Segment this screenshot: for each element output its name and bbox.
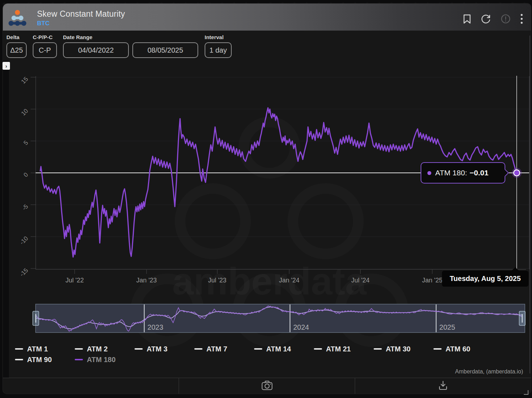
legend-label: ATM 30 — [386, 345, 411, 353]
date-from-input[interactable]: 04/04/2022 — [63, 42, 129, 58]
legend-item-atm-180[interactable]: ATM 180 — [75, 354, 135, 365]
legend-marker — [15, 348, 23, 350]
attribution: Amberdata, (amberdata.io) — [455, 368, 523, 375]
cp-pc-label: C-P/P-C — [33, 34, 53, 40]
date-to-input[interactable]: 08/05/2025 — [132, 42, 198, 58]
legend-item-atm-21[interactable]: ATM 21 — [314, 344, 374, 354]
date-tooltip-text: Tuesday, Aug 5, 2025 — [450, 275, 521, 283]
toolbar-empty-cell[interactable] — [3, 378, 179, 394]
date-range-label: Date Range — [63, 34, 93, 40]
tooltip-value: −0.01 — [469, 169, 488, 177]
legend-marker — [75, 348, 83, 350]
interval-label: Interval — [205, 34, 223, 40]
legend-item-atm-90[interactable]: ATM 90 — [15, 354, 75, 365]
legend-label: ATM 2 — [87, 345, 108, 353]
legend-label: ATM 1 — [27, 345, 48, 353]
legend-marker — [135, 348, 143, 350]
legend-marker — [254, 348, 262, 350]
resize-handle[interactable] — [524, 390, 528, 395]
legend-label: ATM 3 — [147, 345, 168, 353]
legend-label: ATM 14 — [266, 345, 291, 353]
amberdata-logo-icon — [8, 9, 27, 28]
scrollbar-track[interactable] — [530, 36, 530, 373]
legend-marker — [75, 359, 83, 360]
tooltip-series-dot — [427, 171, 431, 175]
bookmark-icon[interactable] — [463, 14, 471, 24]
tooltip-series-label: ATM 180: — [435, 169, 467, 177]
legend: ATM 1ATM 2ATM 3ATM 7ATM 14ATM 21ATM 30AT… — [15, 344, 513, 365]
delta-label: Delta — [6, 34, 20, 40]
date-tooltip: Tuesday, Aug 5, 2025 — [442, 271, 528, 287]
expand-sidebar-button[interactable]: › — [2, 62, 10, 70]
kebab-menu-icon[interactable] — [520, 14, 523, 24]
camera-icon — [262, 381, 273, 392]
legend-label: ATM 60 — [446, 345, 470, 353]
screenshot-button[interactable] — [179, 378, 355, 394]
legend-label: ATM 21 — [326, 345, 351, 353]
interval-select[interactable]: 1 day — [205, 42, 232, 58]
series-tooltip: ATM 180: −0.01 — [421, 162, 505, 184]
legend-marker — [433, 348, 442, 350]
legend-label: ATM 7 — [206, 345, 227, 353]
collapsed-sidebar-rail — [3, 60, 9, 378]
download-button[interactable] — [355, 378, 531, 394]
legend-item-atm-14[interactable]: ATM 14 — [254, 344, 314, 354]
controls-bar: Delta C-P/P-C Date Range Interval Δ25 C-… — [0, 31, 532, 63]
legend-item-atm-2[interactable]: ATM 2 — [75, 344, 135, 354]
legend-marker — [314, 348, 322, 350]
legend-marker — [194, 348, 202, 350]
legend-item-atm-7[interactable]: ATM 7 — [194, 344, 254, 354]
app-window: Skew Constant Maturity BTC — [0, 0, 532, 398]
download-icon — [438, 381, 448, 392]
delta-select[interactable]: Δ25 — [6, 42, 27, 58]
legend-item-atm-60[interactable]: ATM 60 — [433, 344, 493, 354]
bottom-toolbar — [3, 378, 531, 394]
legend-label: ATM 180 — [87, 356, 116, 364]
widget-header: Skew Constant Maturity BTC — [3, 4, 531, 31]
legend-item-atm-3[interactable]: ATM 3 — [135, 344, 194, 354]
asset-subtitle: BTC — [37, 20, 125, 27]
legend-label: ATM 90 — [27, 356, 52, 364]
legend-item-atm-30[interactable]: ATM 30 — [374, 344, 433, 354]
legend-marker — [374, 348, 382, 350]
alert-circle-icon[interactable] — [501, 14, 511, 24]
cp-pc-select[interactable]: C-P — [33, 42, 57, 58]
legend-marker — [15, 359, 23, 360]
refresh-icon[interactable] — [480, 14, 491, 24]
legend-item-atm-1[interactable]: ATM 1 — [15, 344, 75, 354]
page-title: Skew Constant Maturity — [37, 9, 125, 19]
